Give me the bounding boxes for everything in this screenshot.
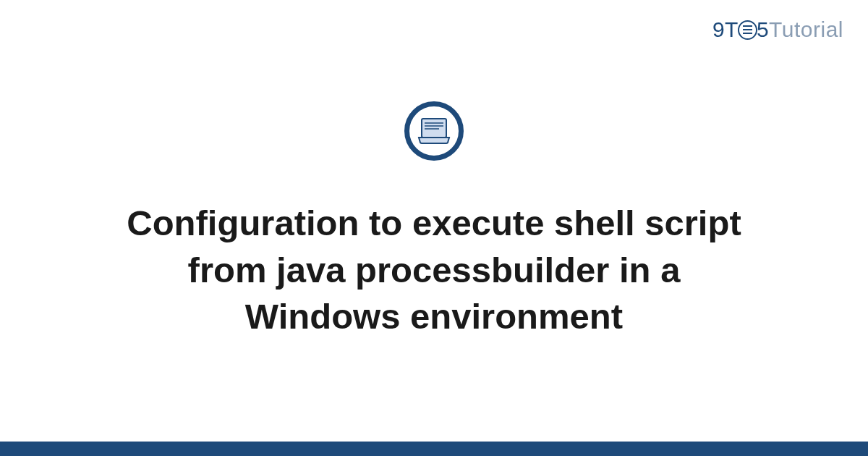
laptop-icon-circle: [404, 101, 464, 161]
footer-bar: [0, 442, 868, 456]
main-content: Configuration to execute shell script fr…: [0, 0, 868, 442]
laptop-icon: [417, 117, 451, 145]
page-title: Configuration to execute shell script fr…: [87, 200, 781, 340]
svg-rect-0: [422, 119, 446, 138]
